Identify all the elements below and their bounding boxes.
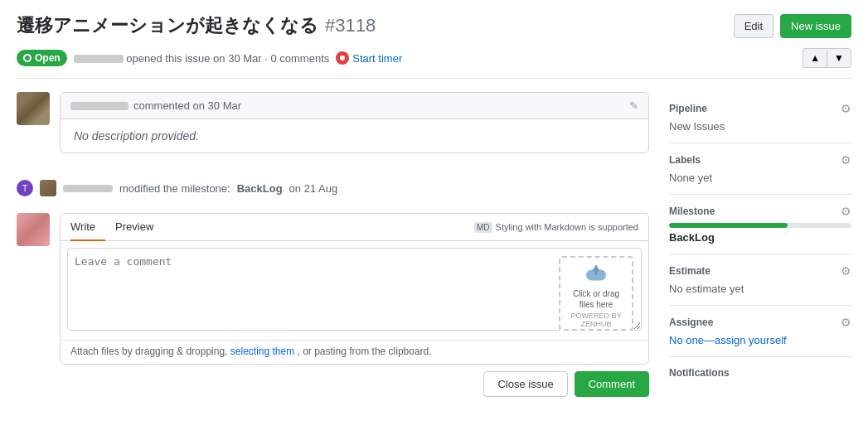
file-drop-text: Click or drag files here <box>573 288 619 310</box>
reply-avatar-image <box>17 213 50 246</box>
milestone-value: BackLog <box>669 231 851 244</box>
pipeline-header: Pipeline ⚙ <box>669 102 851 115</box>
comment-input[interactable] <box>67 248 642 331</box>
issue-header: 遷移アニメーションが起きなくなる #3118 Edit New issue <box>17 13 851 38</box>
event-text-prefix: modified the milestone: <box>119 182 230 195</box>
page-wrapper: 遷移アニメーションが起きなくなる #3118 Edit New issue Op… <box>0 0 868 440</box>
sidebar-assignee-section: Assignee ⚙ No one—assign yourself <box>669 306 851 357</box>
notifications-title: Notifications <box>669 367 730 379</box>
sidebar-estimate-section: Estimate ⚙ No estimate yet <box>669 254 851 306</box>
avatar-image <box>17 92 50 125</box>
comment-button[interactable]: Comment <box>575 371 649 397</box>
markdown-hint-text: Styling with Markdown is supported <box>496 222 638 232</box>
assignee-gear-button[interactable]: ⚙ <box>841 316 851 329</box>
issue-number: #3118 <box>325 15 376 36</box>
comment-header: commented on 30 Mar ✎ <box>61 93 648 119</box>
tab-preview[interactable]: Preview <box>105 214 163 241</box>
commenter-avatar <box>17 92 50 125</box>
open-status-badge: Open <box>17 50 67 66</box>
pipeline-gear-button[interactable]: ⚙ <box>841 102 851 115</box>
file-drop-zone[interactable]: Click or drag files here POWERED BY ZENH… <box>559 256 633 331</box>
estimate-title: Estimate <box>669 265 710 277</box>
nav-arrows: ▲ ▼ <box>803 48 851 68</box>
attach-text: Attach files by dragging & dropping, sel… <box>61 340 648 364</box>
start-timer-label: Start timer <box>352 52 402 65</box>
comment-date: commented on 30 Mar <box>133 99 241 112</box>
estimate-value: No estimate yet <box>669 283 851 295</box>
issue-title-area: 遷移アニメーションが起きなくなる #3118 <box>17 13 376 38</box>
nav-prev-button[interactable]: ▲ <box>803 48 827 68</box>
milestone-bar <box>669 223 851 228</box>
milestone-bar-bg <box>669 223 851 228</box>
reply-author-avatar <box>17 213 50 246</box>
nav-dropdown-button[interactable]: ▼ <box>827 48 851 68</box>
milestone-header: Milestone ⚙ <box>669 205 851 218</box>
event-author-avatar <box>40 180 56 196</box>
sidebar-labels-section: Labels ⚙ None yet <box>669 143 851 195</box>
comment-body: No description provided. <box>61 119 648 152</box>
close-issue-button[interactable]: Close issue <box>483 371 567 397</box>
issue-meta-bar: Open opened this issue on 30 Mar · 0 com… <box>17 48 851 79</box>
labels-header: Labels ⚙ <box>669 153 851 167</box>
milestone-event: T modified the milestone: BackLog on 21 … <box>17 173 649 203</box>
timer-icon <box>336 51 349 65</box>
edit-comment-icon[interactable]: ✎ <box>629 99 638 112</box>
start-timer-button[interactable]: Start timer <box>336 51 402 65</box>
edit-button[interactable]: Edit <box>734 14 773 38</box>
tab-write[interactable]: Write <box>70 214 105 241</box>
event-milestone-name: BackLog <box>237 182 283 195</box>
header-buttons: Edit New issue <box>734 14 851 38</box>
reply-box: Write Preview MD Styling with Markdown i… <box>60 213 649 365</box>
issue-title: 遷移アニメーションが起きなくなる <box>17 13 318 38</box>
event-author-blur <box>63 185 113 192</box>
labels-value: None yet <box>669 172 851 184</box>
notifications-header: Notifications <box>669 367 851 379</box>
left-column: commented on 30 Mar ✎ No description pro… <box>17 92 649 397</box>
event-text-suffix: on 21 Aug <box>289 182 338 195</box>
reply-area: Write Preview MD Styling with Markdown i… <box>17 213 649 365</box>
comment-block: commented on 30 Mar ✎ No description pro… <box>60 92 649 153</box>
comment-row: commented on 30 Mar ✎ No description pro… <box>17 92 649 163</box>
upload-cloud-icon <box>583 259 609 285</box>
tab-group: Write Preview <box>70 214 163 240</box>
estimate-header: Estimate ⚙ <box>669 264 851 278</box>
sidebar-notifications-section: Notifications <box>669 357 851 394</box>
sidebar-pipeline-section: Pipeline ⚙ New Issues <box>669 92 851 143</box>
markdown-hint: MD Styling with Markdown is supported <box>474 222 638 233</box>
textarea-wrapper: Click or drag files here POWERED BY ZENH… <box>61 241 648 340</box>
milestone-bar-fill <box>669 223 788 228</box>
author-avatar-blur <box>74 55 124 63</box>
comment-text: No description provided. <box>74 129 199 143</box>
open-circle-icon <box>23 54 32 62</box>
meta-author-text: opened this issue on 30 Mar · 0 comments <box>74 52 330 65</box>
commenter-name-blur <box>70 102 129 110</box>
milestone-gear-button[interactable]: ⚙ <box>841 205 851 218</box>
sidebar-milestone-section: Milestone ⚙ BackLog <box>669 195 851 254</box>
milestone-title: Milestone <box>669 205 715 217</box>
pipeline-value: New Issues <box>669 120 851 133</box>
labels-gear-button[interactable]: ⚙ <box>841 153 851 167</box>
estimate-gear-button[interactable]: ⚙ <box>841 264 851 278</box>
right-sidebar: Pipeline ⚙ New Issues Labels ⚙ None yet … <box>669 92 851 397</box>
reply-footer: Close issue Comment <box>17 365 649 397</box>
svg-rect-2 <box>594 268 597 275</box>
markdown-icon: MD <box>474 222 492 233</box>
pipeline-title: Pipeline <box>669 103 707 114</box>
new-issue-button[interactable]: New issue <box>780 14 851 38</box>
select-files-link[interactable]: selecting them <box>230 346 294 357</box>
reply-tabs: Write Preview MD Styling with Markdown i… <box>61 214 648 241</box>
badge-label: Open <box>35 52 61 64</box>
labels-title: Labels <box>669 154 701 166</box>
comment-header-left: commented on 30 Mar <box>70 99 241 112</box>
milestone-event-icon: T <box>17 180 33 196</box>
powered-by-text: POWERED BY ZENHUB <box>560 312 632 328</box>
assignee-header: Assignee ⚙ <box>669 316 851 329</box>
assignee-value[interactable]: No one—assign yourself <box>669 334 851 346</box>
main-content: commented on 30 Mar ✎ No description pro… <box>17 92 851 397</box>
assignee-title: Assignee <box>669 317 713 328</box>
